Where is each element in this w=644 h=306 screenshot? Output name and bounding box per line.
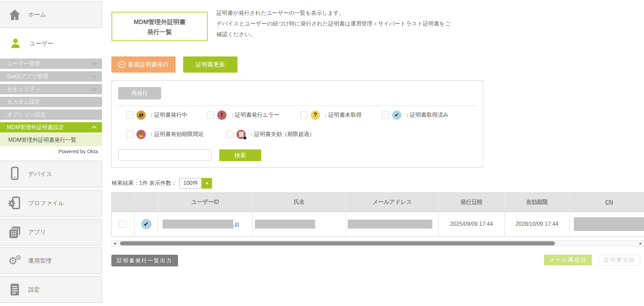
acquired-checkbox[interactable]	[382, 112, 389, 119]
search-button[interactable]: 検索	[219, 149, 261, 161]
filter-panel: 再発行 ⇄ ：証明書発行中 ! ：証明書発行エラー ? ：証明書未取得 ✔ ：証…	[111, 80, 483, 168]
page-size-value: 100件	[179, 178, 201, 189]
row-issued-at-cell: 2025/09/09 17:44	[439, 212, 504, 236]
row-user-id-cell: .jp	[158, 212, 253, 236]
row-email-cell	[346, 212, 439, 236]
row-select-cell	[112, 212, 135, 236]
header-cn[interactable]: CN	[570, 193, 644, 212]
header-issued-at[interactable]: 発行日時	[439, 193, 504, 212]
filter-label: ：証明書取得済み	[404, 112, 448, 119]
revoked-document-icon	[236, 130, 246, 139]
gears-icon: ⚙⚙	[7, 253, 23, 269]
redacted-bar	[348, 220, 432, 229]
divider	[118, 106, 477, 106]
page-title-line1: MDM管理外証明書	[112, 17, 207, 27]
sidebar-section-saas-app[interactable]: SaaSアプリ管理	[0, 71, 102, 82]
export-certificate-list-button[interactable]: 証明書発行一覧出力	[111, 255, 178, 266]
smartphone-icon	[7, 166, 23, 182]
section-label: カスタム設定	[7, 98, 41, 106]
table-header-row: ユーザーID 氏名 メールアドレス 発行日時 有効期限 CN	[112, 193, 644, 212]
sidebar-item-apps[interactable]: アプリ	[0, 219, 102, 245]
dropdown-arrow-icon: ▼	[201, 178, 212, 189]
header-status	[135, 193, 158, 212]
filter-label: ：証明書有効期限間近	[149, 131, 204, 138]
sidebar-item-label: 運用管理	[28, 257, 52, 265]
section-label: オプション設定	[7, 111, 46, 118]
swap-arrows-icon: ⇄	[136, 110, 146, 120]
header-email: メールアドレス	[346, 193, 439, 212]
redacted-bar	[255, 220, 315, 229]
row-checkbox[interactable]	[120, 221, 126, 228]
header-expires-at[interactable]: 有効期限	[504, 193, 570, 212]
user-id-link[interactable]: .jp	[233, 221, 239, 227]
acquired-check-icon: ✔	[141, 219, 152, 229]
sidebar-item-label: アプリ	[28, 228, 46, 236]
sidebar-item-devices[interactable]: デバイス	[0, 161, 102, 187]
chevron-down-icon	[92, 73, 97, 78]
header-select	[112, 193, 135, 212]
issue-error-checkbox[interactable]	[207, 112, 214, 119]
row-cn-cell	[570, 212, 644, 236]
certificate-table: ユーザーID 氏名 メールアドレス 発行日時 有効期限 CN ✔ .jp 202…	[111, 192, 644, 236]
sidebar-section-mdm-cert-settings[interactable]: MDM管理外証明書設定	[0, 122, 102, 133]
sidebar-item-user[interactable]: ユーザー	[0, 33, 102, 54]
scroll-right-icon[interactable]: ►	[639, 241, 643, 246]
home-icon	[7, 7, 23, 23]
sidebar-item-mdm-cert-issue-list[interactable]: MDM管理外証明書発行一覧	[0, 134, 102, 146]
document-icon	[7, 282, 23, 298]
page-description: 証明書が発行されたユーザーの一覧を表示します。 デバイスとユーザーの紐づけ時に発…	[216, 8, 485, 40]
sidebar-section-user-management[interactable]: ユーザー管理	[0, 59, 102, 69]
chevron-up-icon	[92, 126, 97, 130]
submenu-label: MDM管理外証明書発行一覧	[8, 137, 76, 144]
redacted-bar	[574, 217, 644, 231]
scroll-left-icon[interactable]: ◄	[113, 241, 116, 246]
filter-label: ：証明書未取得	[323, 112, 362, 119]
expiring-soon-checkbox[interactable]	[126, 131, 133, 138]
sidebar-item-profile[interactable]: プロファイル	[0, 190, 102, 217]
reissue-button[interactable]: 再発行	[118, 87, 161, 99]
resend-mail-button[interactable]: メール再送信	[544, 255, 592, 265]
page-title-line2: 発行一覧	[112, 27, 207, 37]
new-certificate-button[interactable]: 新規証明書発行	[111, 56, 176, 73]
sidebar-item-label: 設定	[28, 286, 40, 294]
chevron-down-icon	[92, 86, 97, 91]
sidebar-item-label: デバイス	[28, 170, 52, 178]
phone-gear-icon	[7, 195, 23, 212]
sidebar-item-settings[interactable]: 設定	[0, 276, 102, 303]
filter-label: ：証明書発行エラー	[230, 112, 279, 119]
search-input[interactable]	[118, 149, 212, 161]
revoke-certificate-button[interactable]: 証明書失効	[599, 255, 640, 265]
exclamation-icon: !	[217, 110, 226, 120]
renew-certificate-button[interactable]: 証明書更新	[183, 56, 237, 73]
filter-expiring-soon: ▲! ：証明書有効期限間近	[126, 129, 204, 139]
section-label: SaaSアプリ管理	[7, 73, 48, 80]
filter-acquired: ✔ ：証明書取得済み	[382, 110, 448, 120]
sidebar-item-label: ユーザー	[30, 40, 53, 48]
horizontal-scrollbar[interactable]: ◄ ►	[111, 240, 644, 246]
header-name: 氏名	[253, 193, 346, 212]
issuing-checkbox[interactable]	[126, 112, 133, 119]
row-status-cell: ✔	[135, 212, 158, 236]
person-icon	[8, 35, 23, 52]
filter-issue-error: ! ：証明書発行エラー	[207, 110, 279, 120]
plus-circle-icon	[118, 61, 125, 68]
header-user-id: ユーザーID	[158, 193, 253, 212]
sidebar-item-operations[interactable]: ⚙⚙ 運用管理	[0, 247, 102, 274]
results-summary: 検索結果：1件 表示件数：	[112, 180, 177, 187]
not-acquired-checkbox[interactable]	[300, 112, 308, 119]
sidebar-item-home[interactable]: ホーム	[0, 1, 102, 28]
clock-icon	[243, 136, 247, 140]
sidebar-section-option-settings[interactable]: オプション設定	[0, 109, 102, 120]
sidebar-section-security[interactable]: セキュリティ	[0, 84, 102, 94]
sidebar-item-label: プロファイル	[28, 199, 64, 207]
table-row: ✔ .jp 2025/09/09 17:44 2028/10/09 17:44	[112, 212, 644, 236]
page-size-select[interactable]: 100件 ▼	[179, 178, 212, 189]
powered-by-okta: Powered by Okta	[0, 148, 98, 154]
filter-label: ：証明書失効（期限超過）	[249, 131, 315, 138]
revoked-checkbox[interactable]	[226, 131, 233, 138]
scrollbar-thumb[interactable]	[120, 241, 555, 245]
check-icon: ✔	[392, 110, 401, 120]
app-grid-icon	[7, 224, 23, 241]
chevron-down-icon	[92, 61, 97, 65]
sidebar-section-custom-settings[interactable]: カスタム設定	[0, 97, 102, 107]
